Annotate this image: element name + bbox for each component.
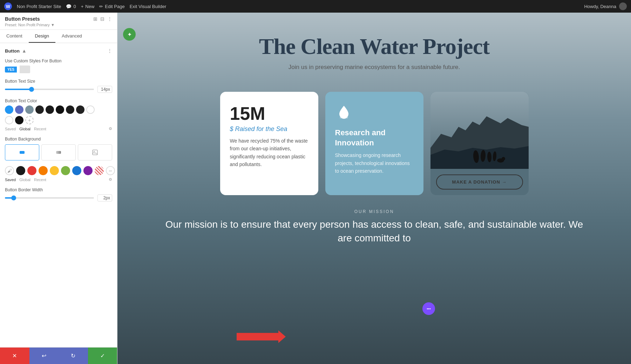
comment-link[interactable]: 💬 0 (66, 4, 76, 9)
user-info: Howdy, Deanna (584, 2, 627, 10)
color-swatch-black3[interactable] (56, 105, 64, 114)
color-swatch-grey[interactable] (25, 105, 34, 114)
palette-dots-btn[interactable]: ••• (106, 166, 115, 175)
bg-gradient-btn[interactable] (41, 144, 76, 160)
undo-icon: ↩ (42, 352, 46, 359)
color-swatch-black5[interactable] (76, 105, 84, 114)
border-width-group: Button Border Width 2px (5, 187, 112, 201)
palette-black[interactable] (16, 166, 25, 175)
redo-button[interactable]: ↻ (59, 348, 88, 364)
svg-rect-4 (340, 117, 348, 118)
tabs: Content Design Advanced (0, 30, 117, 43)
color-swatch-blue[interactable] (5, 105, 13, 114)
columns-icon[interactable]: ⊟ (100, 16, 104, 22)
color-swatch-white2[interactable] (5, 116, 13, 124)
bg-image-btn[interactable] (78, 144, 112, 160)
palette-recent-label[interactable]: Recent (34, 178, 46, 182)
text-size-label: Button Text Size (5, 79, 112, 84)
border-width-thumb[interactable] (11, 195, 16, 200)
comment-icon: 💬 (66, 4, 72, 9)
hero-section: The Clean Water Project Join us in prese… (117, 13, 631, 85)
color-swatch-black2[interactable] (46, 105, 54, 114)
cancel-button[interactable]: ✕ (0, 348, 29, 364)
section-more-icon[interactable]: ⋮ (107, 48, 112, 54)
new-label: New (85, 4, 94, 9)
card-stat-link[interactable]: $ Raised for the Sea (230, 125, 308, 133)
button-section-header: Button ▲ ⋮ (5, 48, 112, 54)
tab-advanced[interactable]: Advanced (55, 30, 88, 43)
text-size-track[interactable] (5, 89, 94, 90)
toggle-row: YES (5, 66, 112, 73)
text-size-thumb[interactable] (29, 87, 34, 92)
pencil-icon: ✏ (99, 4, 103, 9)
recent-label[interactable]: Recent (34, 127, 46, 131)
text-size-group: Button Text Size 14px (5, 79, 112, 93)
card-research-text: Showcasing ongoing research projects, te… (335, 151, 414, 175)
site-name-link[interactable]: Non Profit Starter Site (17, 4, 61, 9)
new-link[interactable]: + New (81, 4, 95, 9)
svg-rect-1 (56, 151, 61, 154)
color-swatch-black1[interactable] (35, 105, 44, 114)
edit-page-link[interactable]: ✏ Edit Page (99, 4, 124, 9)
palette-global-label[interactable]: Global (19, 178, 30, 182)
undo-button[interactable]: ↩ (29, 348, 59, 364)
collapse-icon[interactable]: ▲ (22, 48, 27, 54)
saved-row: Saved Global Recent ⚙ (5, 126, 112, 131)
water-drop-icon (335, 103, 414, 124)
page-wrapper: The Clean Water Project Join us in prese… (117, 13, 631, 364)
border-width-track[interactable] (5, 197, 94, 199)
palette-green[interactable] (61, 166, 70, 175)
mission-section: OUR MISSION Our mission is to ensure tha… (117, 195, 631, 252)
plus-icon: + (81, 4, 84, 9)
toggle-yes[interactable]: YES (5, 67, 17, 73)
palette-saved-label: Saved (5, 178, 16, 182)
chat-bubble[interactable]: ••• (422, 302, 435, 315)
bg-solid-btn[interactable] (5, 144, 39, 160)
toggle-no[interactable] (20, 66, 30, 73)
palette-yellow[interactable] (50, 166, 59, 175)
color-swatch-dark[interactable] (15, 116, 23, 124)
card-research: Research and Innovation Showcasing ongoi… (325, 92, 423, 195)
donate-button[interactable]: MAKE A DONATION → (436, 174, 523, 190)
text-size-slider-row: 14px (5, 86, 112, 93)
color-swatches (5, 105, 112, 114)
card-stat-number: 15M (230, 103, 308, 124)
more-icon[interactable]: ⋮ (107, 16, 112, 22)
gear-icon[interactable]: ⚙ (109, 126, 112, 131)
paintbrush-icon[interactable]: 🖌 (5, 166, 14, 175)
color-swatch-white[interactable] (86, 105, 95, 114)
palette-striped[interactable] (95, 166, 104, 175)
border-width-slider-row: 2px (5, 194, 112, 201)
bottom-bar: ✕ ↩ ↻ ✓ (0, 347, 117, 364)
svg-rect-0 (20, 151, 25, 154)
palette-group: 🖌 ••• Saved Global Recent ⚙ (5, 166, 112, 182)
right-content: ✦ The Clean Water Project Join us in pre… (117, 13, 631, 364)
palette-blue[interactable] (72, 166, 81, 175)
text-size-fill (5, 89, 32, 90)
save-button[interactable]: ✓ (88, 348, 117, 364)
palette-red[interactable] (27, 166, 36, 175)
color-add-btn[interactable]: + (25, 116, 34, 124)
text-color-group: Button Text Color + (5, 98, 112, 131)
border-width-value[interactable]: 2px (97, 194, 112, 201)
palette-row: 🖌 ••• (5, 166, 112, 175)
color-swatch-indigo[interactable] (15, 105, 23, 114)
bg-label: Button Background (5, 137, 112, 142)
panel-content: Button ▲ ⋮ Use Custom Styles For Button … (0, 43, 117, 347)
howdy-label: Howdy, Deanna (584, 4, 616, 9)
donate-btn-label: MAKE A DONATION → (452, 179, 507, 185)
maximize-icon[interactable]: ⊞ (93, 16, 97, 22)
color-swatch-black4[interactable] (66, 105, 74, 114)
arrow-indicator (237, 330, 286, 343)
text-size-value[interactable]: 14px (97, 86, 112, 93)
exit-builder-link[interactable]: Exit Visual Builder (130, 4, 167, 9)
palette-orange[interactable] (39, 166, 48, 175)
palette-gear-icon[interactable]: ⚙ (109, 177, 112, 182)
top-bar: W Non Profit Starter Site 💬 0 + New ✏ Ed… (0, 0, 631, 13)
tab-content[interactable]: Content (0, 30, 29, 43)
card-stat-text: We have recycled 75% of the waste from o… (230, 137, 308, 169)
palette-purple[interactable] (83, 166, 93, 175)
floating-action-button[interactable]: ✦ (123, 28, 136, 41)
global-label[interactable]: Global (19, 127, 30, 131)
tab-design[interactable]: Design (29, 30, 55, 43)
